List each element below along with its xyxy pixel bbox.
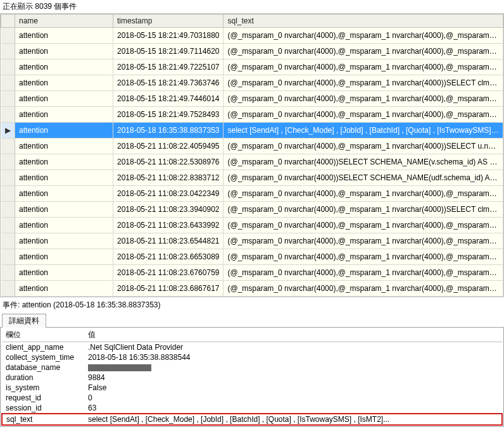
detail-row[interactable]: duration9884 (2, 373, 502, 383)
cell-timestamp: 2018-05-15 18:21:49.7225107 (113, 59, 224, 75)
cell-sqltext: (@_msparam_0 nvarchar(4000),@_msparam_1 … (224, 44, 503, 59)
detail-row[interactable]: client_app_name.Net SqlClient Data Provi… (2, 342, 502, 353)
cell-name: attention (15, 202, 113, 218)
table-row[interactable]: ▶attention2018-05-18 16:35:38.8837353sel… (1, 123, 503, 139)
table-row[interactable]: attention2018-05-15 18:21:49.7225107(@_m… (1, 59, 503, 75)
cell-timestamp: 2018-05-15 18:21:49.7446014 (113, 91, 224, 107)
cell-timestamp: 2018-05-21 11:08:23.6760759 (113, 265, 224, 281)
detail-value: 2018-05-18 16:35:38.8838544 (84, 352, 502, 362)
cell-name: attention (15, 59, 113, 75)
cell-timestamp: 2018-05-21 11:08:23.6433992 (113, 218, 224, 233)
table-row[interactable]: attention2018-05-21 11:08:23.6867617(@_m… (1, 281, 503, 297)
detail-value: .Net SqlClient Data Provider (84, 342, 502, 353)
cell-name: attention (15, 233, 113, 249)
row-indicator (1, 91, 15, 107)
row-indicator (1, 59, 15, 75)
cell-sqltext: (@_msparam_0 nvarchar(4000))SELECT SCHEM… (224, 154, 503, 170)
row-indicator (1, 28, 15, 44)
table-row[interactable]: attention2018-05-15 18:21:49.7446014(@_m… (1, 91, 503, 107)
row-indicator (1, 75, 15, 91)
table-row[interactable]: attention2018-05-15 18:21:49.7528493(@_m… (1, 107, 503, 123)
cell-sqltext: select [SendAt] , [Check_Mode] , [JobId]… (224, 123, 503, 139)
detail-header-value[interactable]: 值 (84, 328, 502, 342)
detail-key: sql_text (2, 414, 84, 425)
row-indicator (1, 139, 15, 154)
detail-key: database_name (2, 362, 84, 373)
row-indicator (1, 186, 15, 202)
cell-name: attention (15, 218, 113, 233)
detail-value (84, 362, 502, 373)
col-header-sqltext[interactable]: sql_text (224, 15, 503, 28)
cell-timestamp: 2018-05-15 18:21:49.7114620 (113, 44, 224, 59)
table-row[interactable]: attention2018-05-21 11:08:22.8383712(@_m… (1, 170, 503, 186)
cell-sqltext: (@_msparam_0 nvarchar(4000),@_msparam_1 … (224, 265, 503, 281)
row-indicator (1, 154, 15, 170)
col-header-row[interactable] (1, 15, 15, 28)
detail-key: duration (2, 373, 84, 383)
detail-key: is_system (2, 383, 84, 393)
cell-timestamp: 2018-05-18 16:35:38.8837353 (113, 123, 224, 139)
detail-key: collect_system_time (2, 352, 84, 362)
detail-value: select [SendAt] , [Check_Mode] , [JobId]… (84, 414, 502, 425)
cell-timestamp: 2018-05-15 18:21:49.7528493 (113, 107, 224, 123)
title-bar: 正在顯示 8039 個事件 (0, 0, 504, 13)
detail-value: 9884 (84, 373, 502, 383)
event-grid[interactable]: name timestamp sql_text attention2018-05… (1, 14, 503, 297)
detail-row[interactable]: request_id0 (2, 393, 502, 403)
table-row[interactable]: attention2018-05-21 11:08:23.6433992(@_m… (1, 218, 503, 233)
cell-name: attention (15, 154, 113, 170)
table-row[interactable]: attention2018-05-21 11:08:23.6544821(@_m… (1, 233, 503, 249)
event-label: 事件: attention (2018-05-18 16:35:38.88373… (0, 297, 504, 312)
row-indicator (1, 265, 15, 281)
detail-panel: 欄位 值 client_app_name.Net SqlClient Data … (0, 328, 504, 427)
table-row[interactable]: attention2018-05-21 11:08:23.6653089(@_m… (1, 249, 503, 265)
detail-key: session_id (2, 403, 84, 414)
row-indicator (1, 44, 15, 59)
detail-row[interactable]: database_name (2, 362, 502, 373)
table-row[interactable]: attention2018-05-15 18:21:49.7363746(@_m… (1, 75, 503, 91)
row-indicator: ▶ (1, 123, 15, 139)
detail-row[interactable]: sql_textselect [SendAt] , [Check_Mode] ,… (2, 414, 502, 425)
col-header-timestamp[interactable]: timestamp (113, 15, 224, 28)
detail-header-key[interactable]: 欄位 (2, 328, 84, 342)
table-row[interactable]: attention2018-05-21 11:08:23.6760759(@_m… (1, 265, 503, 281)
tab-details[interactable]: 詳細資料 (2, 314, 46, 328)
row-indicator (1, 202, 15, 218)
event-grid-container: name timestamp sql_text attention2018-05… (0, 13, 504, 297)
cell-name: attention (15, 44, 113, 59)
row-indicator (1, 233, 15, 249)
cell-timestamp: 2018-05-21 11:08:22.5308976 (113, 154, 224, 170)
cell-name: attention (15, 186, 113, 202)
cell-sqltext: (@_msparam_0 nvarchar(4000),@_msparam_1 … (224, 233, 503, 249)
row-indicator (1, 281, 15, 297)
table-row[interactable]: attention2018-05-15 18:21:49.7114620(@_m… (1, 44, 503, 59)
cell-timestamp: 2018-05-21 11:08:23.0422349 (113, 186, 224, 202)
detail-value: 63 (84, 403, 502, 414)
cell-sqltext: (@_msparam_0 nvarchar(4000),@_msparam_1 … (224, 218, 503, 233)
detail-row[interactable]: is_systemFalse (2, 383, 502, 393)
detail-row[interactable]: session_id63 (2, 403, 502, 414)
cell-name: attention (15, 170, 113, 186)
cell-name: attention (15, 281, 113, 297)
detail-row[interactable]: collect_system_time2018-05-18 16:35:38.8… (2, 352, 502, 362)
cell-sqltext: (@_msparam_0 nvarchar(4000),@_msparam_1 … (224, 75, 503, 91)
col-header-name[interactable]: name (15, 15, 113, 28)
cell-sqltext: (@_msparam_0 nvarchar(4000),@_msparam_1 … (224, 139, 503, 154)
cell-timestamp: 2018-05-21 11:08:22.4059495 (113, 139, 224, 154)
row-indicator (1, 218, 15, 233)
detail-value: False (84, 383, 502, 393)
cell-sqltext: (@_msparam_0 nvarchar(4000))SELECT SCHEM… (224, 170, 503, 186)
table-row[interactable]: attention2018-05-15 18:21:49.7031880(@_m… (1, 28, 503, 44)
cell-timestamp: 2018-05-15 18:21:49.7031880 (113, 28, 224, 44)
cell-sqltext: (@_msparam_0 nvarchar(4000),@_msparam_1 … (224, 186, 503, 202)
table-row[interactable]: attention2018-05-21 11:08:23.3940902(@_m… (1, 202, 503, 218)
table-row[interactable]: attention2018-05-21 11:08:22.4059495(@_m… (1, 139, 503, 154)
table-row[interactable]: attention2018-05-21 11:08:23.0422349(@_m… (1, 186, 503, 202)
row-indicator (1, 107, 15, 123)
detail-grid[interactable]: 欄位 值 client_app_name.Net SqlClient Data … (1, 328, 503, 426)
table-row[interactable]: attention2018-05-21 11:08:22.5308976(@_m… (1, 154, 503, 170)
cell-name: attention (15, 265, 113, 281)
cell-sqltext: (@_msparam_0 nvarchar(4000),@_msparam_1 … (224, 107, 503, 123)
redacted-value (88, 364, 151, 371)
cell-sqltext: (@_msparam_0 nvarchar(4000),@_msparam_1 … (224, 59, 503, 75)
